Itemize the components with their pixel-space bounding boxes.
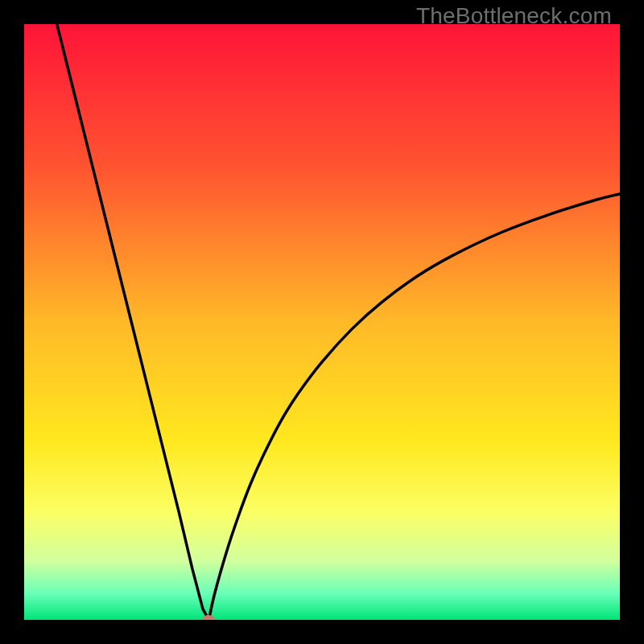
plot-area	[24, 24, 620, 620]
minimum-marker	[202, 615, 215, 620]
chart-canvas: TheBottleneck.com	[0, 0, 644, 644]
bottleneck-curve	[24, 24, 620, 620]
